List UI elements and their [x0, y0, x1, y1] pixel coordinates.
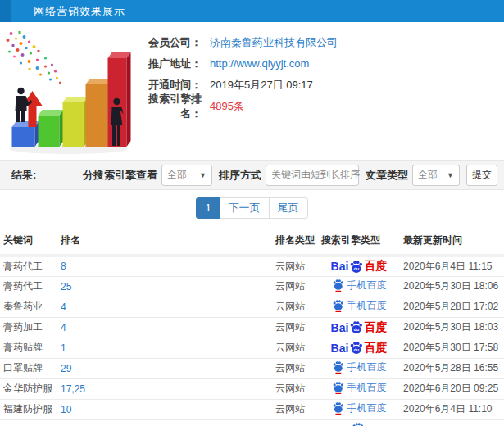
baidu-logo: Bai du 百度: [331, 259, 388, 274]
mobile-baidu-logo: 手机百度: [332, 401, 387, 415]
svg-text:du: du: [354, 327, 360, 332]
baidu-paw-icon: [332, 381, 344, 394]
rank-link[interactable]: 4: [61, 322, 66, 333]
submit-button[interactable]: 提交: [466, 165, 497, 186]
mobile-baidu-logo: 手机百度: [332, 360, 387, 374]
svg-text:du: du: [354, 266, 360, 271]
col-rank-type: 排名类型: [272, 227, 318, 256]
promo-url-link[interactable]: http://www.qlyyjt.com: [210, 57, 309, 70]
keyword-cell: 口罩贴牌: [0, 358, 57, 378]
updated-cell: 2020年5月30日 18:03: [400, 317, 504, 338]
baidu-paw-icon: du: [349, 320, 363, 334]
engine-rank-label: 搜索引擎排名：: [133, 92, 202, 121]
col-updated: 最新更新时间: [400, 227, 504, 256]
updated-cell: 2020年5月28日 16:55: [400, 358, 504, 378]
last-page-button[interactable]: 尾页: [269, 197, 308, 219]
rank-type-cell: [272, 419, 318, 426]
table-row: 口罩贴牌 29 云网站 手机百度 2020年5月28日 16:55: [0, 358, 504, 378]
baidu-logo: Bai du 百度: [331, 320, 388, 335]
keyword-cell: 膏药代工: [0, 276, 57, 297]
updated-cell: 2020年6月4日 11:10: [400, 399, 504, 419]
baidu-paw-icon: [332, 279, 344, 292]
keyword-cell: 膏药贴牌: [0, 338, 57, 358]
svg-text:du: du: [354, 347, 360, 352]
updated-cell: 2020年5月28日 17:02: [400, 297, 504, 317]
rank-type-cell: 云网站: [272, 399, 318, 419]
mobile-baidu-logo: 手机百度: [332, 279, 387, 292]
baidu-logo: Bai du 百度: [331, 341, 388, 356]
baidu-paw-icon: [332, 360, 344, 374]
rank-type-cell: 云网站: [272, 256, 318, 276]
rank-link[interactable]: 1: [61, 342, 66, 354]
keyword-rank-table: 关键词 排名 排名类型 搜索引擎类型 最新更新时间 膏药代工 8 云网站 Bai…: [0, 227, 504, 426]
title-bar-accent: [0, 0, 11, 22]
article-type-label: 文章类型: [366, 168, 408, 183]
rank-link[interactable]: 4: [61, 301, 66, 313]
page-title: 网络营销效果展示: [34, 4, 125, 19]
engine-rank-count: 4895条: [210, 99, 244, 114]
rank-type-cell: 云网站: [272, 338, 318, 358]
engine-rank-row: 搜索引擎排名： 4895条: [133, 99, 504, 113]
article-type-select[interactable]: 全部 ▼: [412, 165, 460, 186]
bar-chart-clipart: [0, 29, 133, 158]
updated-cell: [400, 419, 504, 426]
next-page-button[interactable]: 下一页: [220, 197, 270, 219]
keyword-cell: [0, 419, 57, 426]
baidu-paw-icon: [352, 422, 364, 426]
confetti-dots: [7, 31, 62, 84]
engine-select-value: 全部: [167, 168, 187, 182]
chevron-down-icon: ▼: [447, 171, 454, 179]
rank-link[interactable]: 17,25: [61, 383, 85, 395]
updated-cell: 2020年5月30日 17:58: [400, 338, 504, 358]
url-label: 推广地址：: [133, 57, 202, 71]
result-label: 结果:: [11, 168, 36, 183]
table-row: 膏药代工 25 云网站 手机百度 2020年5月30日 18:06: [0, 276, 504, 297]
open-time-row: 开通时间： 2019年5月27日 09:17: [133, 78, 504, 92]
account-info-section: 会员公司： 济南秦鲁药业科技有限公司 推广地址： http://www.qlyy…: [0, 22, 504, 160]
table-row: 膏药加工 4 云网站 Bai du 百度 2020年5月30日 18:03: [0, 317, 504, 338]
rank-type-cell: 云网站: [272, 297, 318, 317]
member-info-list: 会员公司： 济南秦鲁药业科技有限公司 推广地址： http://www.qlyy…: [133, 29, 504, 160]
keyword-cell: 膏药代工: [0, 256, 57, 276]
page-1-button[interactable]: 1: [196, 197, 220, 219]
rank-link[interactable]: 25: [61, 281, 71, 292]
mobile-baidu-logo: 手机百度: [332, 381, 387, 395]
pagination: 1 下一页 尾页: [0, 197, 504, 219]
keyword-cell: 福建防护服: [0, 399, 57, 419]
baidu-paw-icon: [332, 401, 344, 415]
engine-select[interactable]: 全部 ▼: [161, 165, 212, 186]
keyword-cell: 秦鲁药业: [0, 297, 57, 317]
promo-url-row: 推广地址： http://www.qlyyjt.com: [133, 57, 504, 70]
article-type-value: 全部: [418, 168, 438, 182]
table-row: [0, 419, 504, 426]
table-header-row: 关键词 排名 排名类型 搜索引擎类型 最新更新时间: [0, 227, 504, 256]
rank-type-cell: 云网站: [272, 317, 318, 338]
sort-select[interactable]: 关键词由短到长排序 ▼: [266, 165, 359, 186]
keyword-cell: 膏药加工: [0, 317, 57, 338]
table-row: 膏药代工 8 云网站 Bai du 百度 2020年6月4日 11:15: [0, 256, 504, 276]
title-bar: 网络营销效果展示: [0, 0, 504, 22]
table-row: 福建防护服 10 云网站 手机百度 2020年6月4日 11:10: [0, 399, 504, 419]
mobile-baidu-logo: 手机百度: [332, 299, 387, 313]
col-engine-type: 搜索引擎类型: [318, 227, 400, 256]
rank-link[interactable]: 8: [61, 261, 66, 272]
updated-cell: 2020年6月4日 11:15: [400, 256, 504, 276]
engine-filter-label: 分搜索引擎查看: [83, 168, 157, 183]
rank-type-cell: 云网站: [272, 378, 318, 399]
rank-link[interactable]: 29: [61, 363, 71, 374]
company-link[interactable]: 济南秦鲁药业科技有限公司: [210, 35, 338, 50]
rank-link[interactable]: 10: [61, 404, 71, 415]
keyword-cell: 金华防护服: [0, 378, 57, 399]
sort-filter-label: 排序方式: [219, 168, 261, 183]
baidu-paw-icon: du: [349, 341, 363, 355]
col-keyword: 关键词: [0, 227, 57, 256]
filter-bar: 结果: 分搜索引擎查看 全部 ▼ 排序方式 关键词由短到长排序 ▼ 文章类型 全…: [0, 160, 504, 190]
baidu-paw-icon: du: [349, 260, 363, 274]
table-row: 膏药贴牌 1 云网站 Bai du 百度 2020年5月30日 17:58: [0, 338, 504, 358]
col-rank: 排名: [57, 227, 272, 256]
baidu-paw-icon: [332, 299, 344, 312]
table-row: 秦鲁药业 4 云网站 手机百度 2020年5月28日 17:02: [0, 297, 504, 317]
open-time-value: 2019年5月27日 09:17: [210, 78, 313, 93]
sort-select-value: 关键词由短到长排序: [271, 168, 360, 182]
company-label: 会员公司：: [133, 35, 202, 50]
